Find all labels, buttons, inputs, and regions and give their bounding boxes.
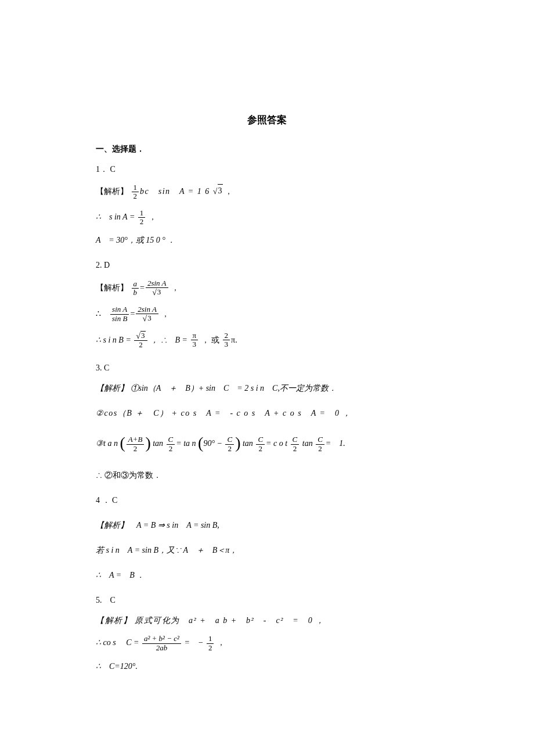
q1-eq2: ∴ s in A = 1 2 ，: [96, 209, 438, 226]
page-title: 参照答案: [96, 113, 438, 127]
sqrt: 3: [143, 314, 152, 323]
right-paren-icon: ): [235, 434, 240, 452]
eq: = ta n: [176, 439, 198, 448]
q1-number: 1． C: [96, 163, 438, 175]
q3-line3: ③t a n ( A+B 2 ) tan C 2 = ta n (90° − C…: [96, 432, 438, 456]
numerator: 1: [132, 183, 139, 192]
equals: =: [130, 309, 135, 318]
denominator: 2ab: [142, 643, 181, 652]
numerator: 1: [138, 209, 146, 217]
fraction: C 2: [225, 435, 234, 453]
suffix: ，: [223, 187, 233, 196]
q3-line2: ②cos（B ＋ C） + co s A = - c o s A + c o s…: [96, 407, 438, 419]
fraction: 2sin A 3: [146, 279, 168, 297]
numerator: C: [256, 435, 265, 444]
radicand: 3: [218, 184, 223, 197]
suffix: ，: [160, 309, 170, 318]
denominator: 3: [146, 287, 168, 297]
denominator: 2: [134, 340, 147, 349]
analysis-label: 【解析】: [96, 283, 131, 292]
section-heading: 一、选择题．: [96, 143, 438, 155]
document-page: 参照答案 一、选择题． 1． C 【解析】 1 2 bc sin A = 1 6…: [0, 0, 534, 756]
radicand: 3: [157, 287, 162, 296]
numerator: A+B: [127, 435, 145, 444]
denominator: 2: [207, 643, 214, 652]
fraction: C 2: [291, 435, 300, 453]
suffix: π.: [231, 335, 237, 344]
numerator: 2: [223, 332, 230, 340]
prefix: ③t a n: [96, 439, 120, 448]
paren-inner: 90° −: [203, 439, 224, 448]
q5-line2: ∴ co s C = a² + b² − c² 2ab = − 1 2 ，: [96, 635, 438, 652]
q5-number: 5. C: [96, 594, 438, 606]
fraction: π 3: [191, 332, 199, 349]
suffix: ，: [169, 283, 180, 292]
analysis-label: 【解析】: [96, 187, 128, 196]
q3-line4: ∴ ②和③为常数．: [96, 469, 438, 481]
numerator: a² + b² − c²: [142, 635, 181, 643]
equals: =: [140, 283, 145, 292]
eq: = c o t: [266, 439, 290, 448]
denominator: 2: [138, 217, 146, 226]
fraction: sin A sin B: [110, 305, 129, 323]
fraction: C 2: [167, 435, 175, 453]
fraction: 3 2: [134, 332, 147, 350]
fraction: 2 3: [223, 332, 230, 349]
denominator: b: [132, 288, 139, 297]
prefix: ∴ s in A =: [96, 213, 137, 221]
q2-eq2: ∴ sin A sin B = 2sin A 3 ，: [96, 305, 438, 323]
numerator: C: [316, 435, 324, 444]
numerator: 2sin A: [136, 305, 158, 314]
expr: bc sin A = 1 6: [140, 187, 213, 196]
q4-line3: ∴ A = B ．: [96, 569, 438, 581]
fraction: a b: [132, 280, 139, 297]
sqrt: 3: [136, 332, 145, 340]
prefix: ∴ s i n B =: [96, 335, 133, 344]
mid: tan: [151, 439, 165, 448]
left-paren-icon: (: [198, 434, 203, 452]
q5-line3: ∴ C=120°.: [96, 660, 438, 672]
sqrt: 3: [213, 185, 223, 197]
fraction: 1 2: [207, 635, 214, 652]
denominator: 3: [191, 340, 199, 348]
denominator: sin B: [110, 314, 129, 323]
numerator: 1: [207, 635, 214, 643]
denominator: 3: [223, 340, 230, 348]
sqrt: 3: [152, 288, 161, 297]
mid: tan: [240, 439, 255, 448]
fraction: 1 2: [138, 209, 146, 226]
mid: tan: [300, 439, 315, 448]
numerator: 3: [134, 332, 147, 340]
numerator: sin A: [110, 305, 129, 314]
radicand: 3: [140, 331, 146, 340]
fraction: a² + b² − c² 2ab: [142, 635, 181, 652]
q4-line1: 【解析】 A = B ⇒ s in A = sin B,: [96, 519, 438, 531]
denominator: 2: [291, 444, 300, 453]
denominator: 2: [225, 444, 234, 453]
q2-eq1: 【解析】 a b = 2sin A 3 ，: [96, 279, 438, 297]
left-paren-icon: (: [120, 434, 125, 452]
numerator: C: [167, 435, 175, 444]
radicand: 3: [147, 314, 152, 322]
suffix: ，: [146, 213, 157, 221]
numerator: π: [191, 332, 199, 340]
q3-line1: 【解析】 ①sin（A ＋ B）+ sin C = 2 s i n C,不一定为…: [96, 382, 438, 394]
mid: ， ∴ B =: [149, 335, 190, 344]
fraction: C 2: [256, 435, 265, 453]
numerator: C: [291, 435, 300, 444]
numerator: 2sin A: [146, 279, 168, 287]
q1-eq3: A = 30°，或 15 0 ° ．: [96, 234, 438, 246]
fraction: 2sin A 3: [136, 305, 158, 323]
q3-number: 3. C: [96, 362, 438, 374]
prefix: ∴ co s C =: [96, 638, 141, 647]
fraction: 1 2: [132, 183, 139, 201]
q2-number: 2. D: [96, 259, 438, 271]
numerator: a: [132, 280, 139, 288]
q5-line1: 【解析】 原式可化为 a² + a b + b² - c² = 0 ，: [96, 614, 438, 627]
denominator: 2: [167, 444, 175, 453]
q4-number: 4 ． C: [96, 494, 438, 506]
denominator: 2: [127, 444, 145, 453]
suffix: = 1.: [326, 439, 345, 448]
prefix: ∴: [96, 309, 109, 318]
denominator: 2: [316, 444, 324, 453]
